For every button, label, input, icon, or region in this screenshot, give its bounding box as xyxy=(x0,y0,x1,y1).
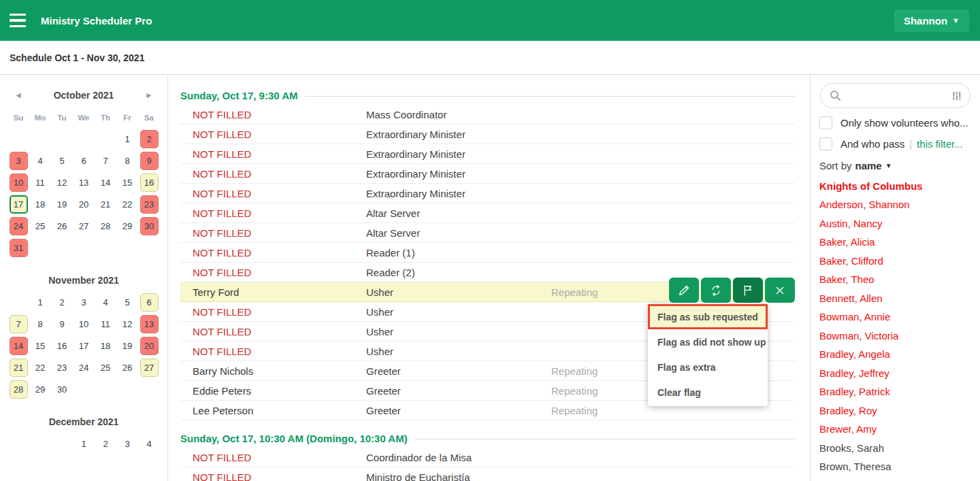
search-input[interactable] xyxy=(847,90,951,101)
schedule-row[interactable]: NOT FILLEDMass Coordinator xyxy=(180,105,795,125)
and-who-pass-checkbox[interactable] xyxy=(819,137,832,150)
calendar-day[interactable]: 1 xyxy=(75,435,93,453)
schedule-row[interactable]: NOT FILLEDAltar Server xyxy=(180,223,795,243)
calendar-day[interactable]: 4 xyxy=(140,435,159,453)
calendar-day[interactable]: 14 xyxy=(10,337,28,355)
calendar-day[interactable]: 27 xyxy=(140,359,159,377)
calendar-day[interactable]: 10 xyxy=(75,315,93,333)
volunteer-list-item[interactable]: Baker, Clifford xyxy=(819,252,980,271)
calendar-day[interactable]: 26 xyxy=(53,217,71,235)
volunteer-list-item[interactable]: Baker, Alicia xyxy=(819,233,980,252)
calendar-day[interactable]: 9 xyxy=(140,152,159,170)
calendar-day[interactable]: 3 xyxy=(10,152,28,170)
volunteer-list-item[interactable]: Bowman, Victoria xyxy=(819,327,980,346)
calendar-day[interactable]: 19 xyxy=(53,195,71,214)
calendar-day[interactable]: 4 xyxy=(97,293,115,312)
calendar-day[interactable]: 1 xyxy=(118,130,137,148)
calendar-day[interactable]: 12 xyxy=(118,315,137,333)
volunteer-list-item[interactable]: Brewer, Amy xyxy=(819,420,980,439)
flag-menu-item[interactable]: Flag as sub requested xyxy=(648,304,768,329)
calendar-day[interactable]: 3 xyxy=(118,435,137,453)
calendar-day[interactable]: 3 xyxy=(75,293,93,312)
filter-bars-icon[interactable] xyxy=(951,90,962,102)
only-show-volunteers-checkbox[interactable] xyxy=(819,116,832,129)
calendar-day[interactable]: 10 xyxy=(10,173,28,192)
calendar-day[interactable]: 30 xyxy=(140,217,159,235)
sort-control[interactable]: Sort by name ▼ xyxy=(819,160,980,171)
calendar-day[interactable]: 16 xyxy=(140,173,159,192)
calendar-day[interactable]: 23 xyxy=(140,195,159,214)
calendar-day[interactable]: 24 xyxy=(10,217,28,235)
calendar-day[interactable]: 5 xyxy=(53,152,71,170)
calendar-day[interactable]: 5 xyxy=(118,293,137,312)
calendar-day[interactable]: 14 xyxy=(97,173,115,192)
calendar-day[interactable]: 24 xyxy=(75,359,93,377)
flag-menu-item[interactable]: Flag as did not show up xyxy=(648,329,768,354)
calendar-day[interactable]: 15 xyxy=(31,337,50,355)
volunteer-list-item[interactable]: Brooks, Sarah xyxy=(819,439,980,458)
schedule-row[interactable]: NOT FILLEDCoordinador de la Misa xyxy=(180,448,795,467)
schedule-row[interactable]: NOT FILLEDExtraordinary Minister xyxy=(180,164,795,184)
volunteer-list-item[interactable]: Bradley, Jeffrey xyxy=(819,364,980,383)
repeat-button[interactable] xyxy=(701,278,731,303)
calendar-day[interactable]: 11 xyxy=(97,315,115,333)
calendar-day[interactable]: 26 xyxy=(118,359,137,377)
calendar-day[interactable]: 29 xyxy=(118,217,137,235)
calendar-day[interactable]: 2 xyxy=(53,293,71,312)
calendar-day[interactable]: 17 xyxy=(10,195,28,214)
schedule-row[interactable]: NOT FILLEDExtraordinary Minister xyxy=(180,144,795,164)
next-month-icon[interactable]: ► xyxy=(138,90,160,100)
flag-button[interactable] xyxy=(733,278,763,303)
calendar-day[interactable]: 12 xyxy=(53,173,71,192)
calendar-day[interactable]: 15 xyxy=(118,173,137,192)
flag-menu-item[interactable]: Flag as extra xyxy=(648,354,768,380)
calendar-day[interactable]: 25 xyxy=(97,359,115,377)
prev-month-icon[interactable]: ◄ xyxy=(7,90,29,100)
calendar-day[interactable]: 18 xyxy=(31,195,50,214)
this-filter-link[interactable]: this filter... xyxy=(917,138,963,150)
calendar-day[interactable]: 25 xyxy=(31,217,50,235)
calendar-day[interactable]: 27 xyxy=(75,217,93,235)
user-menu-button[interactable]: Shannon ▼ xyxy=(894,10,969,32)
calendar-day[interactable]: 30 xyxy=(53,380,71,399)
volunteer-list-item[interactable]: Bradley, Roy xyxy=(819,401,980,420)
calendar-day[interactable]: 7 xyxy=(97,152,115,170)
edit-button[interactable] xyxy=(669,278,699,303)
close-button[interactable] xyxy=(765,278,795,303)
calendar-day[interactable]: 19 xyxy=(118,337,137,355)
calendar-day[interactable]: 29 xyxy=(31,380,50,399)
calendar-day[interactable]: 2 xyxy=(140,130,159,148)
schedule-row[interactable]: NOT FILLEDExtraordinary Minister xyxy=(180,184,795,203)
calendar-day[interactable]: 9 xyxy=(53,315,71,333)
calendar-day[interactable]: 31 xyxy=(10,239,28,257)
calendar-day[interactable]: 8 xyxy=(118,152,137,170)
calendar-day[interactable]: 20 xyxy=(75,195,93,214)
calendar-day[interactable]: 17 xyxy=(75,337,93,355)
calendar-day[interactable]: 2 xyxy=(97,435,115,453)
volunteer-list-item[interactable]: Brown, Theresa xyxy=(819,457,980,476)
calendar-day[interactable]: 13 xyxy=(75,173,93,192)
calendar-day[interactable]: 4 xyxy=(31,152,50,170)
calendar-day[interactable]: 22 xyxy=(31,359,50,377)
calendar-day[interactable]: 6 xyxy=(75,152,93,170)
calendar-day[interactable]: 21 xyxy=(10,359,28,377)
calendar-day[interactable]: 16 xyxy=(53,337,71,355)
menu-icon[interactable] xyxy=(10,14,26,27)
calendar-day[interactable]: 28 xyxy=(10,380,28,399)
volunteer-list-item[interactable]: Bowman, Annie xyxy=(819,308,980,327)
schedule-row[interactable]: NOT FILLEDMinistro de Eucharistía xyxy=(180,467,795,481)
calendar-day[interactable]: 28 xyxy=(97,217,115,235)
calendar-day[interactable]: 1 xyxy=(31,293,50,312)
volunteer-list-item[interactable]: Baker, Theo xyxy=(819,270,980,289)
schedule-row[interactable]: NOT FILLEDExtraordinary Minister xyxy=(180,125,795,144)
calendar-day[interactable]: 20 xyxy=(140,337,159,355)
flag-menu-item[interactable]: Clear flag xyxy=(648,380,768,405)
volunteer-list-item[interactable]: Austin, Nancy xyxy=(819,214,980,233)
calendar-day[interactable]: 7 xyxy=(10,315,28,333)
calendar-day[interactable]: 13 xyxy=(140,315,159,333)
volunteer-list-item[interactable]: Anderson, Shannon xyxy=(819,195,980,214)
volunteer-list-item[interactable]: Bradley, Patrick xyxy=(819,382,980,401)
schedule-row[interactable]: NOT FILLEDAltar Server xyxy=(180,203,795,223)
volunteer-list-item[interactable]: Bradley, Angela xyxy=(819,345,980,364)
volunteer-list-item[interactable]: Bennett, Allen xyxy=(819,289,980,308)
